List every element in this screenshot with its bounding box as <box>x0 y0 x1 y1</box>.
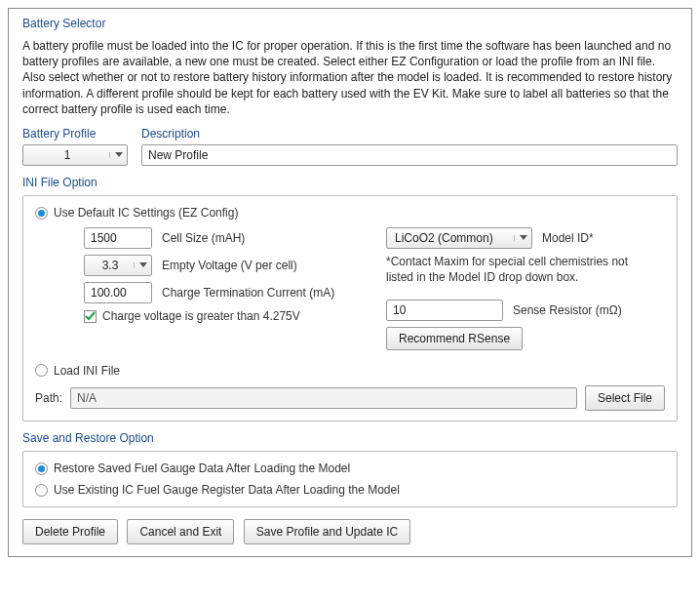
charge-voltage-checkbox[interactable]: Charge voltage is greater than 4.275V <box>84 309 300 323</box>
chevron-down-icon <box>109 152 123 158</box>
save-profile-button[interactable]: Save Profile and Update IC <box>244 519 410 544</box>
charge-voltage-label: Charge voltage is greater than 4.275V <box>102 309 300 323</box>
load-ini-file-radio[interactable]: Load INI File <box>35 364 120 378</box>
empty-voltage-dropdown[interactable]: 3.3 <box>84 255 152 276</box>
checkmark-icon <box>84 310 97 323</box>
radio-icon <box>35 364 48 377</box>
model-id-dropdown[interactable]: LiCoO2 (Common) <box>386 227 532 249</box>
model-id-note: *Contact Maxim for special cell chemistr… <box>386 255 640 285</box>
empty-voltage-label: Empty Voltage (V per cell) <box>162 259 297 272</box>
bottom-button-row: Delete Profile Cancel and Exit Save Prof… <box>22 519 678 544</box>
cell-size-input[interactable] <box>84 227 152 249</box>
ini-file-option-header: INI File Option <box>22 176 678 189</box>
use-existing-label: Use Existing IC Fuel Gauge Register Data… <box>54 483 400 497</box>
ini-file-option-group: Use Default IC Settings (EZ Config) Cell… <box>22 195 678 421</box>
charge-term-label: Charge Termination Current (mA) <box>162 286 334 300</box>
use-default-ic-radio[interactable]: Use Default IC Settings (EZ Config) <box>35 206 238 220</box>
battery-profile-value: 1 <box>31 148 103 162</box>
save-restore-group: Restore Saved Fuel Gauge Data After Load… <box>22 451 678 507</box>
sense-resistor-label: Sense Resistor (mΩ) <box>513 303 622 317</box>
delete-profile-button[interactable]: Delete Profile <box>22 519 118 544</box>
description-input[interactable] <box>141 144 678 166</box>
restore-saved-label: Restore Saved Fuel Gauge Data After Load… <box>54 462 350 475</box>
charge-term-input[interactable] <box>84 282 152 303</box>
select-file-button[interactable]: Select File <box>585 385 665 411</box>
battery-selector-panel: Battery Selector A battery profile must … <box>8 8 692 557</box>
restore-saved-radio[interactable]: Restore Saved Fuel Gauge Data After Load… <box>35 462 657 475</box>
use-existing-radio[interactable]: Use Existing IC Fuel Gauge Register Data… <box>35 483 657 497</box>
use-default-ic-label: Use Default IC Settings (EZ Config) <box>54 206 238 220</box>
model-id-label: Model ID* <box>542 231 594 245</box>
radio-icon <box>35 484 48 497</box>
description-label: Description <box>141 127 678 140</box>
recommend-rsense-button[interactable]: Recommend RSense <box>386 327 523 350</box>
ez-right-column: LiCoO2 (Common) Model ID* *Contact Maxim… <box>367 227 665 355</box>
intro-text: A battery profile must be loaded into th… <box>22 38 678 117</box>
battery-profile-dropdown[interactable]: 1 <box>22 144 128 166</box>
radio-icon <box>35 462 48 475</box>
sense-resistor-input[interactable] <box>386 300 503 321</box>
load-ini-file-label: Load INI File <box>54 364 120 378</box>
empty-voltage-value: 3.3 <box>93 259 128 272</box>
path-label: Path: <box>35 391 62 405</box>
path-field <box>70 387 577 409</box>
cell-size-label: Cell Size (mAH) <box>162 231 245 245</box>
panel-title: Battery Selector <box>22 17 678 30</box>
battery-profile-label: Battery Profile <box>22 127 128 140</box>
radio-icon <box>35 207 48 220</box>
chevron-down-icon <box>134 262 147 268</box>
ez-left-column: Cell Size (mAH) 3.3 Empty Voltage (V per… <box>35 227 367 355</box>
model-id-value: LiCoO2 (Common) <box>395 231 508 245</box>
save-restore-header: Save and Restore Option <box>22 431 678 445</box>
cancel-and-exit-button[interactable]: Cancel and Exit <box>127 519 234 544</box>
chevron-down-icon <box>514 235 527 241</box>
